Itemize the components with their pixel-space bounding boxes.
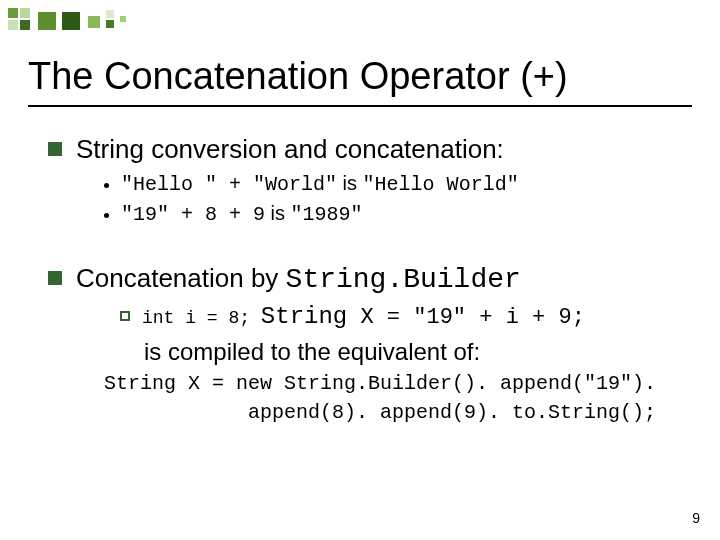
sub-bullet-hello: "Hello " + "World" is "Hello World" — [104, 172, 688, 196]
sub-bullet-1989: "19" + 8 + 9 is "1989" — [104, 202, 688, 226]
page-number: 9 — [692, 510, 700, 526]
hollow-square-bullet-icon — [120, 311, 130, 321]
sub-bullet-text: "Hello " + "World" is "Hello World" — [121, 172, 519, 196]
slide-title: The Concatenation Operator (+) — [28, 55, 568, 98]
code-line-1: String X = new String.Builder(). append(… — [104, 372, 688, 395]
bullet-string-conversion: String conversion and concatenation: — [48, 133, 688, 166]
dot-bullet-icon — [104, 183, 109, 188]
followup-text: is compiled to the equivalent of: — [144, 338, 688, 366]
sub-bullet-text: "19" + 8 + 9 is "1989" — [121, 202, 363, 226]
sub-post: X = "19" + i + 9; — [347, 305, 585, 330]
code-line-2: append(8). append(9). to.String(); — [248, 401, 688, 424]
slide-content: String conversion and concatenation: "He… — [48, 125, 688, 424]
heading-pre: Concatenation by — [76, 263, 286, 293]
bullet-text: String conversion and concatenation: — [76, 133, 504, 166]
sub-bullet-text: int i = 8; String X = "19" + i + 9; — [142, 303, 585, 330]
result-span: "1989" — [291, 203, 363, 226]
title-rule — [28, 105, 692, 107]
slide: The Concatenation Operator (+) String co… — [0, 0, 720, 540]
corner-decoration — [8, 8, 158, 33]
code-span: "19" + 8 + 9 — [121, 203, 265, 226]
sub-pre: int i = 8; — [142, 308, 261, 328]
sub-bullet-int-i: int i = 8; String X = "19" + i + 9; — [120, 303, 688, 330]
dot-bullet-icon — [104, 213, 109, 218]
square-bullet-icon — [48, 142, 62, 156]
mid-word: is — [265, 202, 291, 224]
bullet-concatenation-by: Concatenation by String.Builder — [48, 262, 688, 297]
code-span: "Hello " + "World" — [121, 173, 337, 196]
square-bullet-icon — [48, 271, 62, 285]
bullet-text: Concatenation by String.Builder — [76, 262, 521, 297]
sub-code: String — [261, 303, 347, 330]
mid-word: is — [337, 172, 363, 194]
result-span: "Hello World" — [363, 173, 519, 196]
heading-code: String.Builder — [286, 264, 521, 295]
